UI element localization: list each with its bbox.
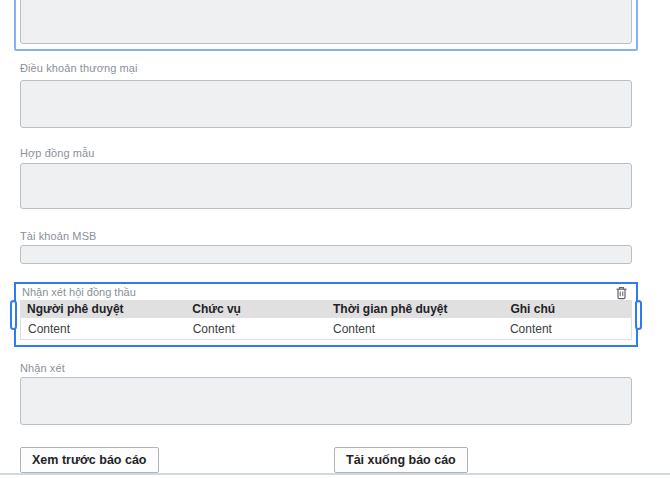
cell-position: Content [186, 322, 326, 336]
preview-report-button[interactable]: Xem trước báo cáo [20, 447, 159, 473]
approval-table: Người phê duyệt Chức vụ Thời gian phê du… [20, 300, 632, 340]
cell-approver: Content [21, 322, 186, 336]
cell-note: Content [503, 322, 631, 336]
download-report-button[interactable]: Tải xuống báo cáo [334, 447, 468, 473]
sample-contract-label: Hợp đồng mẫu [20, 147, 94, 159]
column-header-note: Ghi chú [503, 302, 632, 316]
column-header-approval-time: Thời gian phê duyệt [326, 302, 503, 316]
approval-table-header: Người phê duyệt Chức vụ Thời gian phê du… [20, 300, 632, 318]
commercial-terms-label: Điều khoản thương mại [20, 62, 138, 74]
widget-top-textarea-selected[interactable] [14, 0, 638, 51]
comments-label: Nhận xét [20, 362, 65, 374]
bottom-divider [0, 473, 670, 475]
resize-handle-right[interactable] [635, 300, 642, 330]
msb-account-input[interactable] [20, 245, 632, 264]
sample-contract-textarea[interactable] [20, 163, 632, 209]
resize-handle-left[interactable] [10, 300, 17, 330]
column-header-position: Chức vụ [185, 302, 326, 316]
comments-textarea[interactable] [20, 377, 632, 425]
msb-account-label: Tài khoản MSB [20, 230, 97, 242]
report-form-page: Điều khoản thương mại Hợp đồng mẫu Tài k… [0, 0, 670, 478]
widget-committee-comments-selected[interactable]: Nhận xét hội đồng thầu Người phê duyệt C… [14, 282, 638, 347]
table-row: Content Content Content Content [20, 318, 632, 340]
delete-widget-button[interactable] [614, 286, 628, 300]
column-header-approver: Người phê duyệt [20, 302, 185, 316]
top-textarea[interactable] [20, 0, 632, 44]
cell-approval-time: Content [326, 322, 503, 336]
commercial-terms-textarea[interactable] [20, 80, 632, 128]
committee-comments-label: Nhận xét hội đồng thầu [22, 286, 136, 298]
